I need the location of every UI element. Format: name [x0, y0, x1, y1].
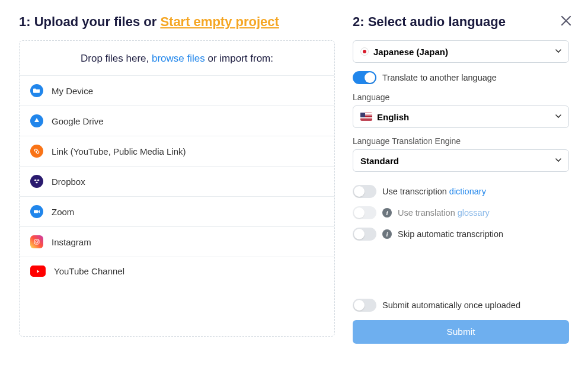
source-label: Google Drive — [52, 116, 104, 126]
svg-point-2 — [36, 241, 38, 243]
source-label: Instagram — [52, 237, 91, 247]
flag-japan-icon — [360, 47, 369, 56]
dropbox-icon — [30, 175, 43, 188]
dropzone[interactable]: Drop files here, browse files or import … — [19, 40, 335, 337]
step1-title: 1: Upload your files or Start empty proj… — [19, 14, 335, 30]
engine-value: Standard — [360, 156, 399, 166]
source-label: Zoom — [52, 207, 74, 217]
audio-language-select[interactable]: Japanese (Japan) — [353, 40, 569, 63]
flag-us-icon — [360, 113, 372, 121]
source-youtube-channel[interactable]: YouTube Channel — [20, 257, 334, 285]
link-icon — [30, 145, 43, 158]
target-language-select[interactable]: English — [353, 105, 569, 128]
source-label: Link (YouTube, Public Media Link) — [52, 146, 186, 156]
step2-title: 2: Select audio language — [353, 14, 569, 30]
close-button[interactable] — [561, 15, 571, 28]
folder-icon — [30, 84, 43, 97]
source-dropbox[interactable]: Dropbox — [20, 166, 334, 196]
glossary-label: Use translation glossary — [398, 208, 490, 218]
glossary-link[interactable]: glossary — [458, 208, 490, 218]
upload-panel: 1: Upload your files or Start empty proj… — [19, 14, 335, 344]
instagram-icon — [30, 235, 43, 248]
source-link[interactable]: Link (YouTube, Public Media Link) — [20, 136, 334, 166]
dictionary-toggle[interactable] — [353, 185, 376, 198]
engine-select[interactable]: Standard — [353, 149, 569, 172]
info-icon[interactable]: i — [382, 229, 392, 239]
source-label: Dropbox — [52, 177, 85, 187]
translate-toggle[interactable] — [353, 71, 376, 84]
audio-language-value: Japanese (Japan) — [373, 47, 448, 57]
source-zoom[interactable]: Zoom — [20, 196, 334, 226]
glossary-toggle[interactable] — [353, 206, 376, 219]
submit-button[interactable]: Submit — [353, 320, 569, 344]
target-language-label: Language — [353, 92, 569, 102]
youtube-icon — [30, 266, 46, 277]
source-label: My Device — [52, 86, 93, 96]
source-label: YouTube Channel — [54, 266, 124, 276]
svg-point-3 — [38, 240, 39, 241]
dictionary-label: Use transcription dictionary — [382, 187, 486, 196]
engine-label: Language Translation Engine — [353, 136, 569, 146]
close-icon — [561, 15, 571, 26]
browse-files-link[interactable]: browse files — [152, 53, 205, 64]
skip-transcription-toggle[interactable] — [353, 228, 376, 241]
skip-label: Skip automatic transcription — [398, 229, 503, 239]
translate-toggle-label: Translate to another language — [382, 73, 497, 82]
step1-title-text: 1: Upload your files or — [19, 14, 160, 29]
drop-header: Drop files here, browse files or import … — [20, 41, 334, 75]
target-language-value: English — [377, 112, 409, 122]
source-google-drive[interactable]: Google Drive — [20, 105, 334, 136]
settings-panel: 2: Select audio language Japanese (Japan… — [353, 14, 569, 344]
source-my-device[interactable]: My Device — [20, 75, 334, 105]
start-empty-project-link[interactable]: Start empty project — [160, 14, 279, 29]
info-icon[interactable]: i — [382, 208, 392, 218]
auto-submit-label: Submit automatically once uploaded — [382, 300, 520, 310]
svg-rect-0 — [34, 210, 38, 213]
source-list: My Device Google Drive Link (YouTube, Pu… — [20, 75, 334, 285]
zoom-icon — [30, 205, 43, 218]
source-instagram[interactable]: Instagram — [20, 226, 334, 257]
dictionary-link[interactable]: dictionary — [449, 187, 486, 196]
google-drive-icon — [30, 114, 43, 127]
auto-submit-toggle[interactable] — [353, 299, 376, 312]
